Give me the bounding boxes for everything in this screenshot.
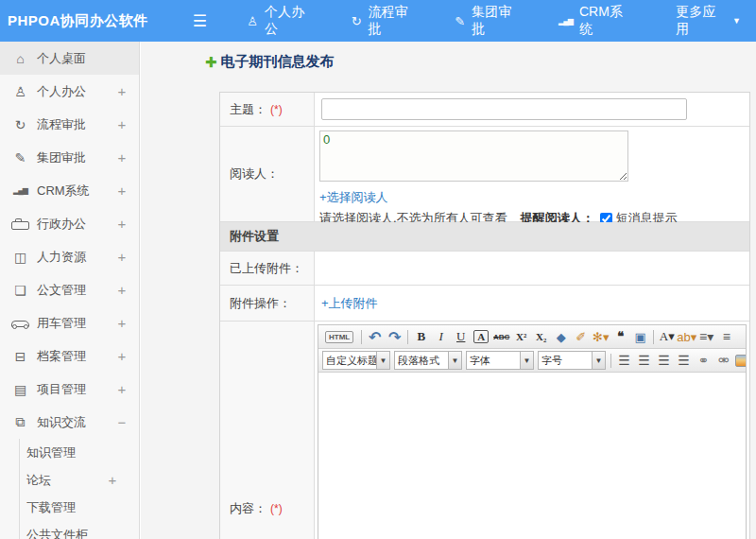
expander-toggle[interactable]: + xyxy=(116,149,128,165)
集团审批[interactable]: ✎ 集团审批 xyxy=(439,0,543,42)
eraser-button[interactable]: ◆ xyxy=(551,327,571,347)
CRM系统[interactable]: ▂▄▆ CRM系统 + xyxy=(0,174,139,207)
link-button[interactable]: ⚭ xyxy=(694,351,713,371)
uploaded-attachments-row: 已上传附件： xyxy=(220,252,749,286)
person-icon: ♙ xyxy=(247,14,258,28)
流程审批[interactable]: ↻ 流程审批 + xyxy=(0,108,139,141)
公文管理[interactable]: ❏ 公文管理 + xyxy=(0,273,139,306)
select-label: 字号 xyxy=(539,354,592,368)
editor-toolbar-row2: 自定义标题 ▼ 段落格式 ▼ 字体 xyxy=(318,349,746,373)
editor-content-area[interactable] xyxy=(318,373,746,539)
compose-icon: ✎ xyxy=(455,14,465,28)
expander-toggle[interactable]: + xyxy=(116,183,128,199)
required-mark: (*) xyxy=(270,103,283,116)
app-header: PHPOA协同办公软件 ☰ ♙ 个人办公 ↻ 流程审批 ✎ 集团审批 ▂▄▆ xyxy=(0,0,756,42)
下载管理[interactable]: 下载管理 xyxy=(20,494,139,521)
行政办公[interactable]: 行政办公 + xyxy=(0,207,139,240)
expander-toggle[interactable]: + xyxy=(107,472,118,488)
expander-toggle[interactable]: + xyxy=(116,381,128,397)
更多应用[interactable]: 更多应用 ▼ xyxy=(654,0,756,42)
upload-attachment-link[interactable]: +上传附件 xyxy=(321,295,378,312)
流程审批[interactable]: ↻ 流程审批 xyxy=(336,0,440,42)
align-left-button[interactable]: ☰ xyxy=(614,351,634,371)
custom-title-select[interactable]: 自定义标题 ▼ xyxy=(322,351,390,370)
subscript-button[interactable]: X₂ xyxy=(531,327,551,347)
expander-toggle[interactable]: + xyxy=(116,216,128,232)
underline-button[interactable]: U xyxy=(451,327,471,347)
attachment-section-header: 附件设置 xyxy=(220,222,749,252)
chevron-down-icon: ▼ xyxy=(592,352,605,369)
sidebar-item-label: CRM系统 xyxy=(37,183,116,200)
rich-text-editor: HTML ↶ ↷ B I xyxy=(318,324,747,539)
paragraph-format-select[interactable]: 段落格式 ▼ xyxy=(394,351,462,370)
expander-toggle[interactable]: + xyxy=(116,348,128,364)
paste-text-button[interactable]: ▣ xyxy=(630,327,650,347)
sidebar-item-label: 人力资源 xyxy=(37,249,116,266)
autotypeset-button[interactable]: ✻▾ xyxy=(591,327,610,347)
expander-toggle[interactable]: + xyxy=(116,83,128,99)
expander-toggle[interactable]: + xyxy=(116,282,128,298)
sidebar-item-label: 档案管理 xyxy=(37,348,116,365)
page-title-text: 电子期刊信息发布 xyxy=(221,53,335,71)
align-center-button[interactable]: ☰ xyxy=(634,351,654,371)
archive-icon: ⊟ xyxy=(11,349,29,364)
redo-button[interactable]: ↷ xyxy=(385,327,404,347)
sidebar-item-label: 流程审批 xyxy=(37,116,116,133)
sidebar-menu: ⌂ 个人桌面 ♙ 个人办公 + ↻ 流程审批 + ✎ 集团审批 + xyxy=(0,42,139,439)
nav-item-label: 流程审批 xyxy=(369,4,417,38)
font-family-select[interactable]: 字体 ▼ xyxy=(466,351,534,370)
attachment-operation-row: 附件操作： +上传附件 xyxy=(220,286,749,322)
separator xyxy=(361,330,362,344)
集团审批[interactable]: ✎ 集团审批 + xyxy=(0,141,139,174)
论坛[interactable]: 论坛 + xyxy=(20,466,139,494)
个人办公[interactable]: ♙ 个人办公 + xyxy=(0,75,139,108)
align-right-button[interactable]: ☰ xyxy=(654,351,674,371)
ordered-list-button[interactable]: ≡▾ xyxy=(696,327,716,347)
editor-toolbar-row1: HTML ↶ ↷ B I xyxy=(318,325,746,349)
superscript-button[interactable]: X² xyxy=(511,327,531,347)
font-size-select[interactable]: 字号 ▼ xyxy=(538,351,606,370)
知识管理[interactable]: 知识管理 xyxy=(20,439,139,466)
font-style-button[interactable]: A xyxy=(473,330,489,343)
app-logo: PHPOA协同办公软件 xyxy=(8,12,180,30)
hamburger-menu-icon[interactable]: ☰ xyxy=(180,11,218,31)
expander-toggle[interactable]: + xyxy=(116,315,128,331)
档案管理[interactable]: ⊟ 档案管理 + xyxy=(0,339,139,373)
image-button[interactable] xyxy=(735,355,746,367)
人力资源[interactable]: ◫ 人力资源 + xyxy=(0,240,139,273)
expander-toggle[interactable]: − xyxy=(116,414,128,430)
uploaded-attachments-value xyxy=(315,252,749,285)
expander-toggle[interactable]: + xyxy=(116,249,128,265)
用车管理[interactable]: 用车管理 + xyxy=(0,306,139,339)
content-row: 内容： (*) HTML ↶ ↷ xyxy=(220,322,749,539)
html-source-button[interactable]: HTML xyxy=(325,331,353,343)
format-brush-button[interactable]: ✐ xyxy=(571,327,591,347)
subject-input[interactable] xyxy=(321,98,687,120)
项目管理[interactable]: ▤ 项目管理 + xyxy=(0,373,139,406)
unlink-button[interactable]: ⚮ xyxy=(713,351,733,371)
font-color-button[interactable]: A▾ xyxy=(657,327,677,347)
bullet-list-button[interactable]: ≡ xyxy=(716,327,736,347)
个人桌面[interactable]: ⌂ 个人桌面 xyxy=(0,42,139,75)
select-label: 字体 xyxy=(467,354,520,368)
sidebar-item-label: 公文管理 xyxy=(37,282,116,299)
expander-toggle[interactable]: + xyxy=(116,116,128,132)
blockquote-button[interactable]: ❝ xyxy=(610,327,630,347)
公共文件柜[interactable]: 公共文件柜 xyxy=(20,521,139,539)
main-content: ✚ 电子期刊信息发布 主题： (*) 阅读人： 0 +选择阅读人 xyxy=(141,42,756,539)
CRM系统[interactable]: ▂▄▆ CRM系统 xyxy=(543,0,654,42)
readers-textarea[interactable]: 0 xyxy=(319,130,628,182)
strikethrough-button[interactable]: ABC xyxy=(491,327,511,347)
justify-button[interactable]: ☰ xyxy=(674,351,694,371)
sidebar-item-label: 个人办公 xyxy=(37,83,116,100)
select-readers-link[interactable]: +选择阅读人 xyxy=(319,190,388,204)
个人办公[interactable]: ♙ 个人办公 xyxy=(232,0,335,42)
知识交流[interactable]: ⧉ 知识交流 − xyxy=(0,406,139,439)
bold-button[interactable]: B xyxy=(411,327,431,347)
chart-icon: ▂▄▆ xyxy=(11,186,29,195)
undo-button[interactable]: ↶ xyxy=(365,327,385,347)
sidebar-subitem-label: 知识管理 xyxy=(26,444,107,461)
highlight-button[interactable]: ab▾ xyxy=(677,327,696,347)
nav-item-label: 集团审批 xyxy=(472,4,520,38)
italic-button[interactable]: I xyxy=(431,327,451,347)
